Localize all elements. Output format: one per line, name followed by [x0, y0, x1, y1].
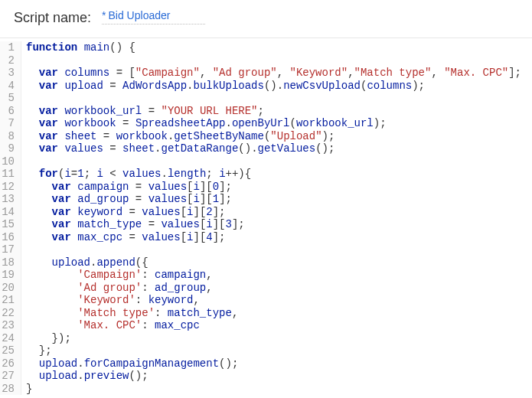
token-id: i [194, 193, 200, 205]
token-id: i [206, 218, 212, 230]
token-id: i [219, 168, 225, 180]
token-plain [26, 319, 77, 331]
code-line[interactable]: var values = sheet.getDataRange().getVal… [26, 142, 521, 155]
token-plain [26, 80, 39, 92]
token-plain: [ [187, 181, 193, 193]
token-plain: ][ [194, 206, 207, 218]
token-plain [26, 282, 77, 294]
token-plain [26, 357, 39, 370]
code-line[interactable]: var match_type = values[i][3]; [26, 218, 521, 231]
token-id: match_type [168, 307, 232, 319]
code-line[interactable]: }); [26, 332, 521, 345]
token-id: upload [52, 256, 90, 269]
code-line[interactable]: var columns = ["Campaign", "Ad group", "… [26, 67, 521, 80]
token-id: getDataRange [162, 142, 239, 155]
code-line[interactable]: var workbook_url = "YOUR URL HERE"; [26, 105, 521, 118]
token-plain: , [200, 67, 213, 79]
code-line[interactable]: upload.preview(); [26, 370, 521, 383]
code-line[interactable]: for(i=1; i < values.length; i++){ [26, 168, 521, 181]
token-plain: ; [84, 168, 97, 180]
token-str: "Match type" [354, 67, 432, 79]
script-name-value: Bid Uploader [109, 9, 171, 21]
token-kw: var [39, 142, 58, 155]
token-plain: ][ [194, 231, 207, 243]
token-id: columns [367, 80, 412, 92]
token-kw: function [26, 41, 77, 54]
token-plain: ]; [232, 218, 245, 230]
token-plain: , [348, 67, 354, 79]
code-line[interactable]: upload.append({ [26, 256, 521, 269]
code-line[interactable] [26, 243, 521, 256]
token-plain: = [129, 193, 148, 205]
token-num: 1 [213, 193, 219, 205]
token-plain: , [431, 67, 444, 79]
token-plain: : [142, 319, 155, 331]
line-number: 17 [0, 243, 15, 256]
code-line[interactable]: var ad_group = values[i][1]; [26, 193, 521, 206]
code-line[interactable] [26, 54, 521, 67]
token-plain [26, 181, 52, 193]
line-number: 18 [0, 256, 15, 269]
token-plain: ][ [213, 218, 226, 230]
token-plain: = [103, 142, 122, 155]
code-line[interactable]: var keyword = values[i][2]; [26, 206, 521, 219]
code-line[interactable]: 'Keyword': keyword, [26, 294, 521, 307]
token-str: "Campaign" [135, 67, 200, 79]
code-line[interactable] [26, 155, 521, 168]
code-line[interactable] [26, 92, 521, 105]
token-plain: . [77, 357, 83, 370]
script-name-field[interactable]: *Bid Uploader [102, 9, 255, 27]
line-number: 24 [0, 332, 15, 345]
token-str: 'Keyword' [77, 294, 135, 306]
code-line[interactable]: 'Campaign': campaign, [26, 269, 521, 282]
token-kw: for [39, 168, 58, 180]
code-line[interactable]: var workbook = SpreadsheetApp.openByUrl(… [26, 117, 521, 130]
code-line[interactable]: var campaign = values[i][0]; [26, 181, 521, 194]
token-num: 4 [206, 231, 212, 243]
token-id: i [194, 181, 200, 193]
code-line[interactable]: 'Match type': match_type, [26, 307, 521, 320]
token-kw: var [52, 181, 71, 193]
line-number: 13 [0, 193, 15, 206]
token-id: upload [39, 370, 77, 382]
code-line[interactable]: }; [26, 344, 521, 357]
token-plain: ][ [200, 181, 213, 193]
line-number: 1 [0, 41, 15, 54]
token-plain: ++){ [226, 168, 252, 180]
token-plain [26, 218, 52, 230]
token-kw: var [39, 80, 58, 92]
line-number: 2 [0, 54, 15, 67]
code-editor[interactable]: 1234567891011121314151617181920212223242… [0, 38, 532, 395]
token-plain: ]; [219, 193, 232, 205]
code-line[interactable]: var upload = AdWordsApp.bulkUploads().ne… [26, 80, 521, 93]
token-id: values [64, 142, 103, 155]
code-area[interactable]: function main() { var columns = ["Campai… [21, 41, 521, 395]
code-line[interactable]: 'Ad group': ad_group, [26, 282, 521, 295]
token-id: ad_group [77, 193, 129, 205]
line-number: 23 [0, 319, 15, 332]
line-number: 7 [0, 117, 15, 130]
token-id: workbook_url [296, 117, 374, 129]
token-plain [26, 231, 52, 243]
token-str: "Ad group" [213, 67, 277, 79]
token-id: newCsvUpload [283, 80, 361, 92]
code-line[interactable]: function main() { [26, 41, 521, 54]
token-plain: , [206, 269, 212, 281]
token-plain: < [103, 168, 122, 180]
token-plain: [ [181, 231, 187, 243]
token-plain: , [277, 67, 290, 79]
code-line[interactable]: } [26, 383, 521, 396]
token-plain: , [206, 282, 212, 294]
token-plain: : [155, 307, 168, 319]
token-plain [26, 206, 52, 218]
token-id: values [142, 231, 180, 243]
code-line[interactable]: upload.forCampaignManagement(); [26, 357, 521, 370]
token-plain: : [142, 282, 155, 294]
line-number: 6 [0, 105, 15, 118]
token-plain: ); [374, 117, 387, 129]
token-kw: var [52, 193, 71, 205]
token-plain [26, 130, 39, 142]
code-line[interactable]: var sheet = workbook.getSheetByName("Upl… [26, 130, 521, 143]
code-line[interactable]: 'Max. CPC': max_cpc [26, 319, 521, 332]
code-line[interactable]: var max_cpc = values[i][4]; [26, 231, 521, 244]
